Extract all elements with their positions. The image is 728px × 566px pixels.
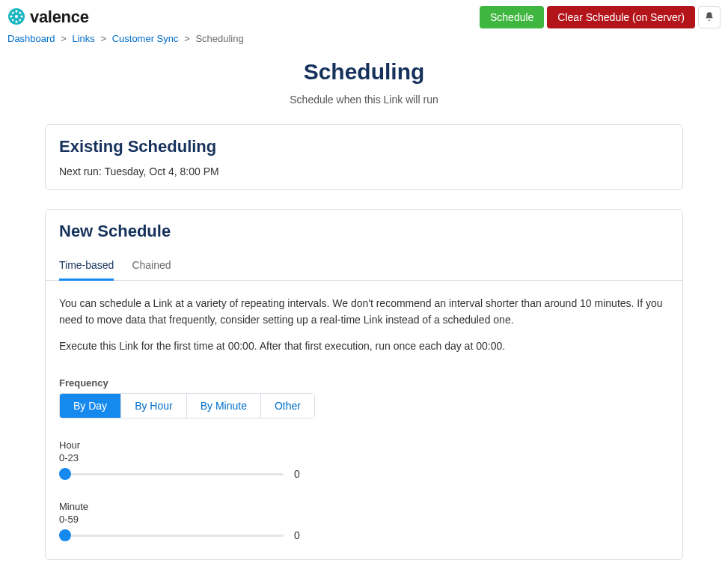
hour-slider[interactable] <box>59 468 284 480</box>
freq-by-hour-button[interactable]: By Hour <box>121 394 187 418</box>
minute-slider-range: 0-59 <box>59 514 669 525</box>
breadcrumb-links[interactable]: Links <box>72 33 94 44</box>
breadcrumb-current: Scheduling <box>195 33 243 44</box>
freq-other-button[interactable]: Other <box>261 394 314 418</box>
page-title: Scheduling <box>7 59 721 85</box>
freq-by-day-button[interactable]: By Day <box>60 394 121 418</box>
existing-next-run: Next run: Tuesday, Oct 4, 8:00 PM <box>59 165 669 177</box>
svg-point-5 <box>12 11 14 13</box>
hour-slider-block: Hour 0-23 0 <box>59 439 669 480</box>
slider-rail <box>59 473 284 475</box>
tab-chained[interactable]: Chained <box>132 253 171 281</box>
schedule-button[interactable]: Schedule <box>480 6 544 28</box>
svg-point-4 <box>20 15 22 17</box>
minute-slider-label: Minute <box>59 501 669 512</box>
brand-name: valence <box>30 7 89 27</box>
clear-schedule-button[interactable]: Clear Schedule (on Server) <box>547 6 695 28</box>
new-schedule-title: New Schedule <box>59 222 682 241</box>
existing-scheduling-title: Existing Scheduling <box>59 137 669 156</box>
breadcrumb-sep: > <box>184 33 190 44</box>
svg-point-6 <box>19 11 21 13</box>
svg-point-9 <box>15 14 18 17</box>
frequency-button-group: By Day By Hour By Minute Other <box>59 393 315 419</box>
hour-slider-value: 0 <box>294 468 303 480</box>
breadcrumb-sep: > <box>100 33 106 44</box>
minute-slider-value: 0 <box>294 529 303 541</box>
svg-point-3 <box>10 15 12 17</box>
tab-time-based[interactable]: Time-based <box>59 253 114 281</box>
hour-slider-thumb[interactable] <box>59 468 71 480</box>
freq-by-minute-button[interactable]: By Minute <box>187 394 261 418</box>
top-actions: Schedule Clear Schedule (on Server) <box>480 6 721 28</box>
minute-slider-thumb[interactable] <box>59 529 71 541</box>
breadcrumb-dashboard[interactable]: Dashboard <box>7 33 55 44</box>
page-subtitle: Schedule when this Link will run <box>7 94 721 106</box>
bell-icon <box>704 11 715 24</box>
hour-slider-range: 0-23 <box>59 452 669 463</box>
exec-summary: Execute this Link for the first time at … <box>59 338 669 355</box>
new-schedule-card: New Schedule Time-based Chained You can … <box>45 209 683 560</box>
breadcrumb: Dashboard > Links > Customer Sync > Sche… <box>0 28 728 52</box>
slider-rail <box>59 535 284 537</box>
existing-scheduling-card: Existing Scheduling Next run: Tuesday, O… <box>45 124 683 190</box>
svg-point-2 <box>15 20 17 22</box>
breadcrumb-sep: > <box>61 33 67 44</box>
hour-slider-label: Hour <box>59 439 669 451</box>
notifications-button[interactable] <box>698 6 721 28</box>
svg-point-7 <box>12 19 14 21</box>
frequency-label: Frequency <box>59 377 669 389</box>
brand: valence <box>7 7 89 28</box>
breadcrumb-customer-sync[interactable]: Customer Sync <box>112 33 179 44</box>
schedule-tabs: Time-based Chained <box>46 253 682 281</box>
svg-point-8 <box>19 19 21 21</box>
minute-slider-block: Minute 0-59 0 <box>59 501 669 541</box>
brand-logo-icon <box>7 7 25 28</box>
svg-point-1 <box>15 10 17 12</box>
tab-body-time-based: You can schedule a Link at a variety of … <box>46 281 682 559</box>
minute-slider[interactable] <box>59 529 284 541</box>
help-text: You can schedule a Link at a variety of … <box>59 296 669 328</box>
